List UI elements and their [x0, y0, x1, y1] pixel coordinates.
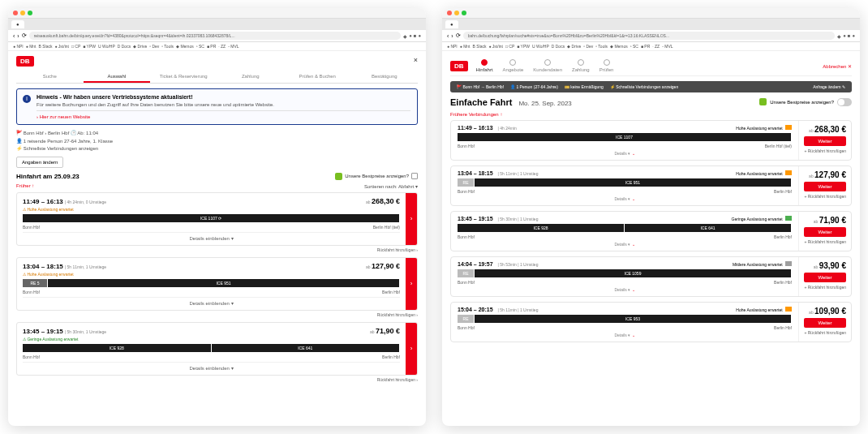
- url-input[interactable]: bahn.de/buchung/fahrplan/suche#sts=true&…: [463, 32, 835, 40]
- bookmark-item[interactable]: - MVL: [228, 44, 238, 49]
- bookmark-item[interactable]: ■ YPW: [83, 44, 96, 49]
- url-input[interactable]: reiseauskunft.bahn.de/bin/query.exe/dn?l…: [29, 32, 401, 40]
- details-toggle[interactable]: Details einblenden ▾: [23, 362, 400, 371]
- bookmark-item[interactable]: B Slack: [39, 44, 53, 49]
- ext-icon[interactable]: ◆: [403, 33, 407, 39]
- ext-icon[interactable]: ●: [843, 33, 846, 39]
- bookmark-item[interactable]: ◆ Drive: [567, 44, 581, 49]
- bookmark-item[interactable]: ● Mnt: [460, 44, 471, 49]
- bestprice-toggle[interactable]: Unsere Bestpreise anzeigen?: [759, 98, 852, 106]
- close-icon[interactable]: ×: [414, 56, 418, 64]
- add-return-link[interactable]: + Rückfahrt hinzufügen: [804, 285, 846, 290]
- step-tab[interactable]: Suche: [16, 71, 84, 83]
- avatar-icon[interactable]: ●: [852, 33, 855, 39]
- ext-icon[interactable]: ●: [409, 33, 412, 39]
- nav-fwd-icon[interactable]: ›: [451, 33, 453, 39]
- max-dot[interactable]: [28, 11, 32, 15]
- bookmark-item[interactable]: ◆ Drive: [133, 44, 147, 49]
- change-search-button[interactable]: Angaben ändern: [16, 157, 63, 168]
- bookmark-item[interactable]: ▫ Dev: [149, 44, 159, 49]
- details-toggle[interactable]: Details einblenden ▾: [23, 297, 400, 306]
- bookmark-item[interactable]: □ CP: [505, 44, 514, 49]
- select-journey-button[interactable]: ›: [406, 193, 417, 245]
- bookmark-item[interactable]: U Wo/HP: [98, 44, 115, 49]
- details-toggle[interactable]: Details einblenden ▾: [23, 232, 400, 241]
- add-return-link[interactable]: Rückfahrt hinzufügen ›: [16, 247, 418, 252]
- cancel-button[interactable]: Abbrechen ✕: [823, 63, 852, 69]
- browser-tab[interactable]: ●: [11, 20, 24, 28]
- select-journey-button[interactable]: ›: [406, 258, 417, 310]
- bookmark-item[interactable]: B Slack: [473, 44, 487, 49]
- nav-back-icon[interactable]: ‹: [447, 33, 449, 39]
- browser-tab[interactable]: ●: [445, 20, 458, 28]
- step-tab[interactable]: Auswahl: [84, 71, 151, 83]
- step-tab[interactable]: Prüfen & Buchen: [284, 71, 351, 83]
- change-request-button[interactable]: Anfrage ändern ✎: [813, 84, 845, 89]
- window-chrome: [8, 8, 426, 19]
- reload-icon[interactable]: ⟳: [456, 32, 461, 39]
- bookmark-item[interactable]: ▫ Tools: [595, 44, 608, 49]
- nav-back-icon[interactable]: ‹: [13, 33, 15, 39]
- bookmark-item[interactable]: □ CP: [71, 44, 80, 49]
- details-toggle[interactable]: Details ▾ ⌄: [458, 333, 792, 337]
- earlier-link[interactable]: Frühere Verbindungen ↑: [450, 112, 852, 117]
- add-return-link[interactable]: Rückfahrt hinzufügen ›: [16, 377, 418, 382]
- add-return-link[interactable]: + Rückfahrt hinzufügen: [804, 330, 846, 335]
- bookmark-item[interactable]: ▫ SC: [630, 44, 638, 49]
- earlier-link[interactable]: Früher ↑: [16, 183, 34, 189]
- select-journey-button[interactable]: ›: [406, 323, 417, 375]
- bookmark-item[interactable]: ● Jst/int: [54, 44, 68, 49]
- bookmark-item[interactable]: ◆ Memos: [176, 44, 194, 49]
- step-tab[interactable]: Zahlung: [217, 71, 285, 83]
- add-return-link[interactable]: + Rückfahrt hinzufügen: [804, 194, 846, 199]
- max-dot[interactable]: [462, 11, 466, 15]
- details-toggle[interactable]: Details ▾ ⌄: [458, 287, 792, 292]
- add-return-link[interactable]: + Rückfahrt hinzufügen: [804, 148, 846, 153]
- bookmark-item[interactable]: ● Jst/int: [488, 44, 502, 49]
- bookmark-item[interactable]: U Wo/HP: [532, 44, 549, 49]
- bestprice-toggle[interactable]: Unsere Bestpreise anzeigen?: [335, 173, 418, 180]
- bookmark-item[interactable]: ▫ Tools: [161, 44, 174, 49]
- bookmark-item[interactable]: ● Mnt: [26, 44, 37, 49]
- ext-icon[interactable]: ■: [414, 33, 417, 39]
- continue-button[interactable]: Weiter: [804, 136, 846, 146]
- to-station: Berlin Hbf: [382, 355, 400, 359]
- bookmark-item[interactable]: · ZZ: [652, 44, 660, 49]
- continue-button[interactable]: Weiter: [804, 182, 846, 191]
- details-toggle[interactable]: Details ▾ ⌄: [458, 196, 792, 201]
- nav-fwd-icon[interactable]: ›: [17, 33, 19, 39]
- bookmark-item[interactable]: D Docs: [552, 44, 565, 49]
- close-dot[interactable]: [447, 11, 452, 15]
- bookmark-item[interactable]: · ZZ: [218, 44, 226, 49]
- bookmark-item[interactable]: ■ PR: [207, 44, 216, 49]
- continue-button[interactable]: Weiter: [804, 273, 846, 282]
- bookmark-item[interactable]: ▫ Dev: [583, 44, 593, 49]
- ext-icon[interactable]: ■: [848, 33, 851, 39]
- min-dot[interactable]: [454, 11, 459, 15]
- continue-button[interactable]: Weiter: [804, 227, 846, 237]
- reload-icon[interactable]: ⟳: [22, 32, 27, 39]
- sort-select[interactable]: Sortieren nach: Abfahrt ▾: [364, 183, 418, 189]
- add-return-link[interactable]: Rückfahrt hinzufügen ›: [16, 312, 418, 317]
- progress-step: Zahlung: [572, 59, 590, 72]
- close-dot[interactable]: [13, 11, 18, 15]
- ext-icon[interactable]: ◆: [837, 33, 841, 39]
- avatar-icon[interactable]: ●: [418, 33, 421, 39]
- step-tabs: SucheAuswahlTicket & ReservierungZahlung…: [16, 71, 418, 84]
- bookmark-item[interactable]: ■ PR: [641, 44, 650, 49]
- step-tab[interactable]: Ticket & Reservierung: [150, 71, 217, 83]
- bookmark-item[interactable]: D Docs: [118, 44, 131, 49]
- details-toggle[interactable]: Details ▾ ⌄: [458, 151, 792, 156]
- min-dot[interactable]: [20, 11, 25, 15]
- bookmark-item[interactable]: ● NPI: [447, 44, 458, 49]
- bookmark-item[interactable]: ● NPI: [13, 44, 24, 49]
- add-return-link[interactable]: + Rückfahrt hinzufügen: [804, 239, 846, 244]
- bookmark-item[interactable]: - MVL: [662, 44, 672, 49]
- bookmark-item[interactable]: ◆ Memos: [610, 44, 628, 49]
- continue-button[interactable]: Weiter: [804, 318, 846, 328]
- details-toggle[interactable]: Details ▾ ⌄: [458, 242, 792, 247]
- bookmark-item[interactable]: ■ YPW: [517, 44, 530, 49]
- bookmark-item[interactable]: ▫ SC: [196, 44, 204, 49]
- step-tab[interactable]: Bestätigung: [351, 71, 419, 83]
- notice-link[interactable]: › Hier zur neuen Website: [37, 110, 410, 119]
